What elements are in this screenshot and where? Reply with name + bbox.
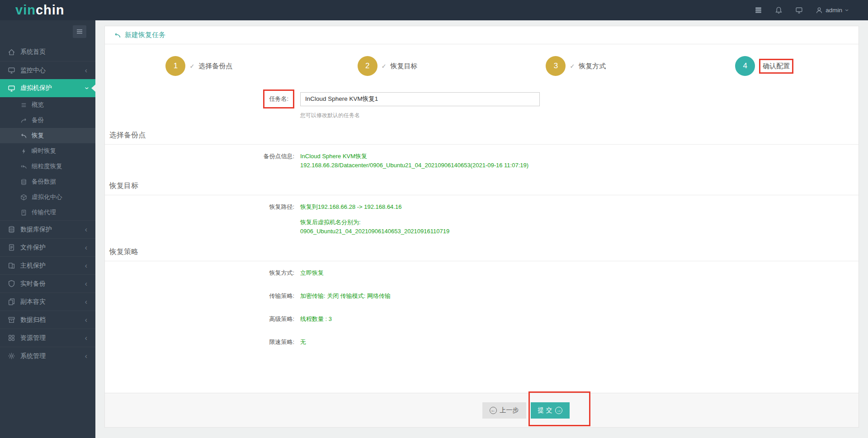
section-title-restore-target: 恢复目标	[105, 181, 859, 195]
chevron-left-icon: ‹	[85, 226, 87, 233]
file-icon	[8, 244, 15, 251]
step-2: 2 ✓ 恢复目标	[293, 56, 482, 76]
transfer-strategy-row: 传输策略: 加密传输: 关闭 传输模式: 网络传输	[105, 292, 859, 301]
sidebar-subitem-backup[interactable]: 备份	[0, 113, 95, 128]
archive-icon	[8, 316, 15, 324]
copy-icon	[8, 298, 15, 306]
section-title-restore-strategy: 恢复策略	[105, 247, 859, 261]
user-icon	[816, 7, 823, 14]
check-icon: ✓	[189, 63, 194, 70]
backup-point-info-row: 备份点信息: InCloud Sphere KVM恢复 192.168.66.2…	[105, 152, 859, 170]
step-2-number: 2	[358, 56, 377, 76]
sidebar-item-host-protection[interactable]: 主机保护 ‹	[0, 256, 95, 274]
page-title-bar[interactable]: 新建恢复任务	[105, 26, 859, 44]
annotation-box: 确认配置	[759, 59, 793, 74]
sidebar-item-file-protection[interactable]: 文件保护 ‹	[0, 238, 95, 256]
wizard-footer: ← 上一步 提 交 →	[105, 393, 859, 427]
sidebar-item-realtime-backup[interactable]: 实时备份 ‹	[0, 274, 95, 292]
vinchin-logo: vinchin	[15, 3, 65, 18]
chevron-left-icon: ‹	[85, 67, 87, 74]
sidebar-subitem-restore[interactable]: 恢复	[0, 128, 95, 143]
restore-path-value: 恢复到192.168.66.28 -> 192.168.64.16	[300, 203, 401, 212]
redo-arrow-icon	[20, 117, 27, 124]
check-icon: ✓	[570, 63, 575, 70]
chevron-left-icon: ‹	[85, 280, 87, 287]
submit-button[interactable]: 提 交 →	[531, 402, 570, 419]
database-stack-icon	[20, 179, 27, 185]
task-name-hint-row: 您可以修改默认的任务名	[105, 112, 859, 119]
sidebar-item-data-archive[interactable]: 数据归档 ‹	[0, 311, 95, 329]
sidebar-item-system-management[interactable]: 系统管理 ‹	[0, 347, 95, 365]
cube-icon	[20, 194, 27, 201]
double-reply-arrow-icon	[20, 163, 27, 170]
chevron-left-icon: ‹	[85, 334, 87, 342]
home-icon	[8, 48, 15, 56]
new-restore-task-panel: 新建恢复任务 1 ✓ 选择备份点 2 ✓ 恢复目标 3 ✓ 恢复方式 4 确认配…	[104, 26, 859, 428]
sidebar-subitem-backup-data[interactable]: 备份数据	[0, 174, 95, 189]
task-name-row: 任务名:	[105, 89, 859, 108]
step-3-number: 3	[546, 56, 566, 76]
sidebar-subitem-granular-restore[interactable]: 细粒度恢复	[0, 159, 95, 174]
annotation-box: 任务名:	[263, 89, 294, 108]
chevron-left-icon: ‹	[85, 298, 87, 306]
main-area: 新建恢复任务 1 ✓ 选择备份点 2 ✓ 恢复目标 3 ✓ 恢复方式 4 确认配…	[95, 20, 868, 438]
sidebar-item-monitor-center[interactable]: 监控中心 ‹	[0, 61, 95, 79]
advanced-strategy-row: 高级策略: 线程数量 : 3	[105, 315, 859, 324]
list-icon	[20, 102, 27, 108]
restore-path-row: 恢复路径: 恢复到192.168.66.28 -> 192.168.64.16	[105, 203, 859, 212]
sidebar-subitem-transfer-agent[interactable]: 传输代理	[0, 205, 95, 220]
active-notch	[91, 85, 95, 92]
wizard-steps: 1 ✓ 选择备份点 2 ✓ 恢复目标 3 ✓ 恢复方式 4 确认配置	[105, 56, 859, 76]
monitor-icon	[8, 66, 15, 74]
backup-point-info-value: InCloud Sphere KVM恢复 192.168.66.28/Datac…	[300, 152, 528, 170]
chevron-left-icon: ‹	[85, 244, 87, 251]
sidebar-item-resource-management[interactable]: 资源管理 ‹	[0, 329, 95, 347]
chevron-left-icon: ‹	[85, 262, 87, 269]
chevron-left-icon: ‹	[85, 353, 87, 360]
bell-icon[interactable]	[775, 6, 783, 14]
step-4-number: 4	[735, 56, 755, 76]
chevron-down-icon: ‹	[82, 87, 90, 89]
username: admin	[826, 7, 842, 14]
storage-stack-icon[interactable]	[755, 6, 762, 14]
sidebar-item-database-protection[interactable]: 数据库保护 ‹	[0, 220, 95, 238]
top-bar: vinchin admin ‹	[0, 0, 868, 20]
step-3: 3 ✓ 恢复方式	[482, 56, 670, 76]
previous-step-button[interactable]: ← 上一步	[482, 402, 526, 419]
bolt-icon	[20, 148, 27, 155]
shield-icon	[8, 280, 15, 287]
step-4: 4 确认配置	[670, 56, 859, 76]
task-name-hint: 您可以修改默认的任务名	[300, 112, 360, 119]
chevron-left-icon: ‹	[85, 316, 87, 324]
gear-icon	[8, 352, 15, 360]
speed-limit-strategy-row: 限速策略: 无	[105, 338, 859, 347]
section-title-backup-point: 选择备份点	[105, 131, 859, 145]
hamburger-menu-icon[interactable]	[73, 25, 86, 38]
chevron-down-icon: ‹	[843, 9, 849, 11]
display-icon	[8, 85, 15, 92]
database-icon	[8, 226, 15, 233]
check-icon: ✓	[382, 63, 387, 70]
step-1: 1 ✓ 选择备份点	[105, 56, 293, 76]
step-1-number: 1	[165, 56, 185, 76]
sidebar-subitem-virtualization-center[interactable]: 虚拟化中心	[0, 189, 95, 205]
monitor-icon[interactable]	[795, 6, 803, 14]
back-reply-icon	[114, 32, 121, 39]
page-title: 新建恢复任务	[125, 31, 165, 39]
arrow-right-circle-icon: →	[555, 407, 562, 414]
sidebar-item-vm-protection[interactable]: 虚拟机保护 ‹	[0, 79, 95, 97]
sidebar: 系统首页 监控中心 ‹ 虚拟机保护 ‹ 概览 备份 恢复 瞬时恢复 细粒度恢复 …	[0, 20, 95, 438]
user-menu[interactable]: admin ‹	[816, 7, 847, 14]
restored-vm-name-value: 恢复后虚拟机名分别为: 0906_Ubuntu21_04_20210906140…	[300, 218, 449, 236]
restored-vm-name-row: 恢复后虚拟机名分别为: 0906_Ubuntu21_04_20210906140…	[105, 218, 859, 236]
server-icon	[20, 209, 27, 216]
sidebar-item-replica-dr[interactable]: 副本容灾 ‹	[0, 292, 95, 311]
sidebar-subitem-overview[interactable]: 概览	[0, 97, 95, 113]
grid-icon	[8, 334, 15, 342]
task-name-input[interactable]	[300, 92, 540, 106]
reply-arrow-icon	[20, 132, 27, 139]
host-icon	[8, 262, 15, 269]
arrow-left-circle-icon: ←	[490, 407, 497, 414]
sidebar-item-home[interactable]: 系统首页	[0, 43, 95, 61]
sidebar-subitem-instant-restore[interactable]: 瞬时恢复	[0, 143, 95, 159]
